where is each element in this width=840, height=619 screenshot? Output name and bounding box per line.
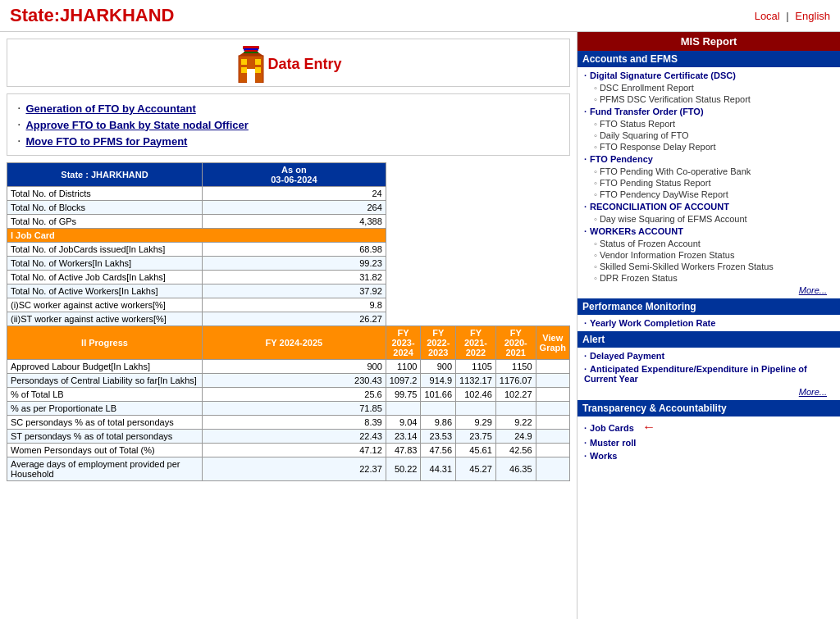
english-link[interactable]: English <box>795 10 830 22</box>
right-sidebar: MIS Report Accounts and EFMSDigital Sign… <box>578 32 840 619</box>
sidebar-section-header-2: Alert <box>578 331 840 348</box>
sidebar-main-item-3-0[interactable]: Job Cards ← <box>584 418 833 436</box>
table-row: % as per Proportionate LB71.85 <box>7 402 570 416</box>
table-row: % of Total LB25.699.75101.66102.46102.27 <box>7 388 570 402</box>
sidebar-sub-item-0-2-2[interactable]: FTO Pendency DayWise Report <box>584 189 833 200</box>
sidebar-sub-item-0-4-2[interactable]: Skilled Semi-Skilled Workers Frozen Stat… <box>584 261 833 272</box>
svg-rect-5 <box>255 59 261 65</box>
sidebar-more-2[interactable]: More... <box>584 385 833 398</box>
table-row: Average days of employment provided per … <box>7 457 570 481</box>
building-icon <box>235 46 267 83</box>
sidebar-sub-item-0-2-1[interactable]: FTO Pending Status Report <box>584 177 833 189</box>
sidebar-subsection-2: Delayed PaymentAnticipated Expenditure/E… <box>578 348 840 400</box>
page-header: State:JHARKHAND Local | English <box>0 0 840 32</box>
sidebar-main-item-2-1[interactable]: Anticipated Expenditure/Expenditure in P… <box>584 362 833 385</box>
svg-rect-7 <box>255 67 261 73</box>
bullet-2: · <box>17 117 21 132</box>
sidebar-main-item-0-2[interactable]: FTO Pendency <box>584 152 833 166</box>
data-table: State : JHARKHAND As on03-06-2024 Total … <box>7 162 570 481</box>
sidebar-main-item-1-0[interactable]: Yearly Work Completion Rate <box>584 316 833 330</box>
table-row: Total No. of Blocks264 <box>7 201 570 215</box>
table-row: Total No. of Workers[In Lakhs]99.23 <box>7 257 570 271</box>
sidebar-main-item-3-1[interactable]: Muster roll <box>584 436 833 449</box>
table-row: ST persondays % as of total persondays22… <box>7 430 570 444</box>
main-layout: Data Entry · Generation of FTO by Accoun… <box>0 32 840 619</box>
sidebar-section-header-0: Accounts and EFMS <box>578 51 840 67</box>
info-link-1[interactable]: · Generation of FTO by Accountant <box>17 101 559 116</box>
arrow-icon: ← <box>639 420 655 434</box>
table-row: Total No. of Active Workers[In Lakhs]37.… <box>7 284 570 298</box>
svg-rect-11 <box>244 52 258 53</box>
svg-rect-3 <box>247 69 255 83</box>
sidebar-main-item-3-2[interactable]: Works <box>584 449 833 462</box>
sidebar-sub-item-0-4-0[interactable]: Status of Frozen Account <box>584 238 833 249</box>
table-row: Persondays of Central Liability so far[I… <box>7 374 570 388</box>
sidebar-sections: Accounts and EFMSDigital Signature Certi… <box>578 51 840 464</box>
data-entry-section: Data Entry <box>7 39 570 87</box>
sidebar-sub-item-0-0-0[interactable]: DSC Enrollment Report <box>584 82 833 93</box>
table-row: Approved Labour Budget[In Lakhs]90011009… <box>7 360 570 374</box>
table-row: (ii)ST worker against active workers[%]2… <box>7 312 570 326</box>
bullet-1: · <box>17 101 21 116</box>
sidebar-sub-item-0-4-3[interactable]: DPR Frozen Status <box>584 272 833 284</box>
sidebar-main-item-0-3[interactable]: RECONCILIATION OF ACCOUNT <box>584 200 833 213</box>
sidebar-section-header-3: Transparency & Accountability <box>578 400 840 416</box>
sidebar-sub-item-0-0-1[interactable]: PFMS DSC Verification Status Report <box>584 93 833 105</box>
data-entry-label: Data Entry <box>267 56 341 73</box>
sidebar-sub-item-0-1-1[interactable]: Daily Squaring of FTO <box>584 130 833 141</box>
info-section: · Generation of FTO by Accountant · Appr… <box>7 93 570 156</box>
state-title: State:JHARKHAND <box>10 5 174 26</box>
progress-section-row: II Progress FY 2024-2025 FY 2023-2024 FY… <box>7 326 570 360</box>
sidebar-subsection-1: Yearly Work Completion Rate <box>578 315 840 331</box>
local-link[interactable]: Local <box>755 10 780 22</box>
svg-rect-6 <box>241 67 247 73</box>
sidebar-subsection-3: Job Cards ←Muster rollWorks <box>578 416 840 464</box>
sidebar-subsection-0: Digital Signature Certificate (DSC)DSC E… <box>578 67 840 298</box>
sidebar-main-item-0-0[interactable]: Digital Signature Certificate (DSC) <box>584 69 833 82</box>
info-link-2[interactable]: · Approve FTO to Bank by State nodal Off… <box>17 117 559 132</box>
sidebar-sub-item-0-1-2[interactable]: FTO Response Delay Report <box>584 141 833 152</box>
sidebar-main-item-0-4[interactable]: WORKERs ACCOUNT <box>584 225 833 238</box>
bullet-3: · <box>17 134 21 148</box>
table-row: Total No. of Active Job Cards[In Lakhs]3… <box>7 271 570 284</box>
table-row: (i)SC worker against active workers[%]9.… <box>7 298 570 312</box>
job-card-section-row: I Job Card <box>7 229 570 243</box>
table-row: Total No. of JobCards issued[In Lakhs]68… <box>7 243 570 257</box>
state-header: State : JHARKHAND <box>7 163 203 187</box>
sidebar-main-item-2-0[interactable]: Delayed Payment <box>584 349 833 362</box>
sidebar-sub-item-0-1-0[interactable]: FTO Status Report <box>584 118 833 130</box>
table-row: Total No. of Districts24 <box>7 187 570 201</box>
left-content: Data Entry · Generation of FTO by Accoun… <box>0 32 578 619</box>
sidebar-sub-item-0-3-0[interactable]: Day wise Squaring of EFMS Account <box>584 213 833 225</box>
svg-rect-4 <box>241 59 247 65</box>
mis-report-header: MIS Report <box>578 32 840 51</box>
language-links[interactable]: Local | English <box>755 10 830 22</box>
sidebar-sub-item-0-4-1[interactable]: Vendor Information Frozen Status <box>584 249 833 261</box>
table-row: SC persondays % as of total persondays8.… <box>7 416 570 430</box>
sidebar-main-item-0-1[interactable]: Fund Transfer Order (FTO) <box>584 105 833 118</box>
sidebar-section-header-1: Performance Monitoring <box>578 298 840 315</box>
sidebar-more-0[interactable]: More... <box>584 284 833 297</box>
info-link-3[interactable]: · Move FTO to PFMS for Payment <box>17 134 559 148</box>
sidebar-sub-item-0-2-0[interactable]: FTO Pending With Co-operative Bank <box>584 166 833 177</box>
table-row: Women Persondays out of Total (%)47.1247… <box>7 444 570 457</box>
table-row: Total No. of GPs4,388 <box>7 215 570 229</box>
date-header: As on03-06-2024 <box>203 163 386 187</box>
